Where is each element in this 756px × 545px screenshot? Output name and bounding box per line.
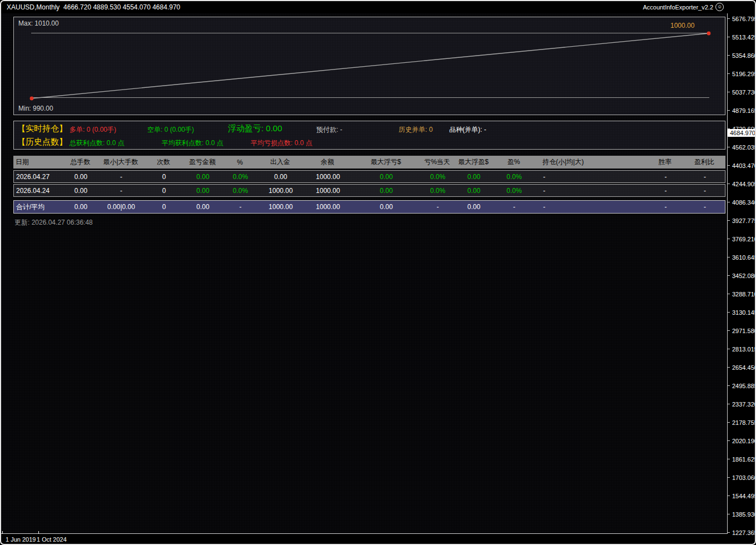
- table-cell: 次数: [144, 157, 183, 167]
- table-row: 2026.04.240.00-00.000.0%1000.001000.000.…: [13, 184, 725, 197]
- avg-loss-points-text: 平均亏损点数: 0.0 点: [251, 138, 312, 148]
- price-axis-label: 2971.580: [728, 327, 756, 334]
- equity-line: [32, 33, 709, 98]
- axis-tick: [728, 239, 730, 239]
- price-axis-label: 2495.885: [728, 382, 756, 389]
- floating-pl-text: 浮动盈亏: 0.00: [228, 123, 282, 134]
- axis-tick: [728, 312, 730, 313]
- table-cell: 0.00: [456, 187, 492, 195]
- price-axis-label: 3452.080: [728, 272, 756, 279]
- table-cell: 总手数: [63, 157, 97, 167]
- indicator-title: AccountInfoExporter_v2.2 ☺: [643, 3, 724, 11]
- table-row: 2026.04.270.00-00.000.0%0.001000.000.000…: [13, 170, 725, 183]
- table-cell: -: [222, 203, 258, 211]
- table-cell: -: [684, 187, 726, 195]
- axis-tick: [728, 459, 730, 459]
- history-merged-text: 历史并单: 0: [399, 125, 432, 135]
- axis-tick: [728, 220, 730, 221]
- table-cell: 最小|大手数: [97, 157, 144, 167]
- price-axis-label: 4244.905: [728, 180, 756, 187]
- table-cell: -: [536, 173, 648, 181]
- price-axis-label: 3769.210: [728, 235, 756, 242]
- axis-tick: [728, 385, 730, 386]
- axis-tick: [728, 202, 730, 202]
- symbol-merged-text: 品种(并单): -: [449, 125, 486, 135]
- axis-tick: [728, 92, 730, 92]
- price-axis-label: 1227.365: [728, 529, 756, 536]
- axis-tick: [728, 37, 730, 37]
- time-axis[interactable]: 1 Jun 2019 1 Oct 2024: [1, 534, 728, 545]
- price-axis-label: 1703.060: [728, 474, 756, 481]
- table-cell: -: [648, 173, 684, 181]
- axis-tick: [728, 55, 730, 56]
- table-cell: 胜率: [647, 157, 683, 167]
- table-cell: -: [648, 203, 684, 211]
- table-cell: 0.0%: [222, 173, 258, 181]
- time-axis-label: 1 Jun 2019: [6, 536, 36, 543]
- table-cell: 0.0%: [420, 187, 456, 195]
- price-axis-label: 3610.645: [728, 254, 756, 261]
- chart-window: XAUUSD,Monthly 4666.720 4889.530 4554.07…: [0, 0, 756, 545]
- indicator-name: AccountInfoExporter_v2.2: [643, 4, 713, 11]
- axis-tick: [728, 275, 730, 276]
- table-cell: -: [536, 203, 648, 211]
- axis-tick: [728, 496, 730, 496]
- table-cell: 1000.00: [303, 173, 353, 181]
- table-cell: -: [492, 203, 536, 211]
- price-axis-label: 5676.795: [728, 15, 756, 22]
- table-header-row: 日期总手数最小|大手数次数盈亏金额%出入金余额最大浮亏$亏%当天最大浮盈$盈%持…: [13, 156, 725, 169]
- price-axis-label: 5037.730: [728, 88, 756, 96]
- table-cell: 最大浮亏$: [352, 157, 419, 167]
- table-cell: 0.00: [64, 203, 98, 211]
- time-tick: [38, 531, 39, 534]
- table-cell: 0: [145, 203, 183, 211]
- price-axis-label: 4403.470: [728, 162, 756, 169]
- price-axis-label: 1861.625: [728, 455, 756, 463]
- table-cell: 0.00: [64, 173, 98, 181]
- margin-text: 预付款: -: [316, 125, 342, 135]
- table-cell: 0: [145, 187, 183, 195]
- table-cell: 1000.00: [303, 203, 353, 211]
- total-profit-points-text: 总获利点数: 0.0 点: [69, 138, 125, 148]
- current-price-tag: 4684.970: [728, 129, 756, 137]
- title-bar: XAUUSD,Monthly 4666.720 4889.530 4554.07…: [1, 1, 755, 13]
- table-cell: 出入金: [258, 157, 302, 167]
- table-cell: 亏%当天: [419, 157, 455, 167]
- table-cell: -: [648, 187, 684, 195]
- axis-tick: [728, 422, 730, 423]
- table-cell: 日期: [13, 157, 63, 167]
- table-cell: -: [536, 187, 648, 195]
- price-axis-label: 5513.425: [728, 33, 756, 41]
- price-axis[interactable]: 5676.7955513.4255354.8605196.2955037.730…: [728, 13, 756, 534]
- table-cell: -: [420, 203, 456, 211]
- price-axis-label: 2178.755: [728, 419, 756, 426]
- axis-tick: [728, 294, 730, 294]
- table-cell: 0.0%: [492, 173, 536, 181]
- equity-curve-panel: Max: 1010.00 Min: 990.00 1000.00: [13, 17, 725, 115]
- table-cell: 盈%: [491, 157, 536, 167]
- symbol-ohlc-title: XAUUSD,Monthly 4666.720 4889.530 4554.07…: [7, 3, 180, 11]
- price-axis-label: 1385.930: [728, 511, 756, 518]
- equity-last-value-label: 1000.00: [670, 22, 694, 29]
- axis-tick: [728, 257, 730, 257]
- table-cell: 0.0%: [492, 187, 536, 195]
- chart-canvas[interactable]: Max: 1010.00 Min: 990.00 1000.00 【实时持仓】 …: [1, 13, 727, 533]
- axis-tick: [728, 147, 730, 147]
- price-axis-label: 4562.035: [728, 143, 756, 151]
- price-axis-label: 4879.165: [728, 107, 756, 114]
- price-axis-label: 4086.340: [728, 199, 756, 206]
- table-cell: 1000.00: [258, 203, 303, 211]
- price-axis-label: 2020.190: [728, 437, 756, 444]
- axis-tick: [728, 110, 730, 111]
- table-cell: -: [684, 203, 726, 211]
- table-cell: 0.00: [353, 173, 420, 181]
- axis-tick: [728, 330, 730, 331]
- table-cell: 1000.00: [303, 187, 353, 195]
- axis-tick: [728, 532, 730, 533]
- table-cell: 1000.00: [258, 187, 303, 195]
- time-axis-label: 1 Oct 2024: [37, 536, 67, 543]
- equity-max-label: Max: 1010.00: [18, 19, 59, 27]
- table-cell: -: [98, 187, 145, 195]
- axis-tick: [728, 514, 730, 514]
- table-cell: 2026.04.27: [14, 173, 64, 181]
